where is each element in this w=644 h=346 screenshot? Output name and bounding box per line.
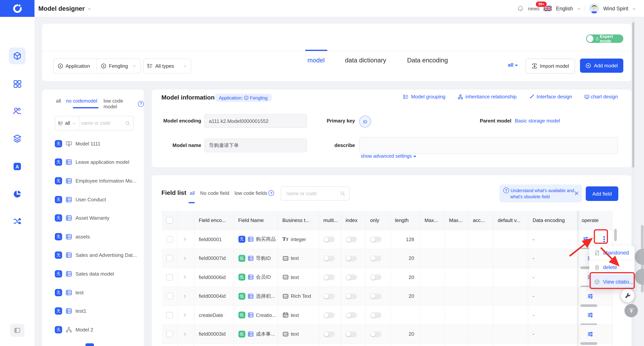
multi-toggle[interactable] [323,237,334,242]
row-checkbox[interactable] [166,274,173,281]
model-list-item[interactable]: 无 User Conduct [42,190,144,209]
model-list-item[interactable]: 无 test1 [42,302,144,320]
only-toggle[interactable] [370,256,381,261]
chart-design-link[interactable]: chart design [584,94,618,100]
model-list-item[interactable]: 无 Leave application model [42,153,144,172]
model-encoding-input[interactable] [204,114,307,128]
only-toggle[interactable] [370,275,381,280]
only-toggle[interactable] [370,313,381,318]
left-tab-low-code-model[interactable]: low code model [104,98,144,109]
field-settings-icon[interactable] [587,293,593,299]
model-list-item[interactable]: 无 Asset Warranty [42,209,144,227]
sidebar-item-layers[interactable] [9,130,26,147]
floating-button-partial[interactable] [635,249,644,265]
describe-input[interactable] [359,137,618,154]
settings-wrench-fab[interactable] [621,289,634,302]
model-list-item[interactable]: 无 Employee Information Mo... [42,172,144,190]
pagination-current-page[interactable] [86,343,94,346]
expand-row-icon[interactable] [182,275,187,280]
field-tab-all[interactable]: all [190,190,195,196]
parent-model-link[interactable]: Basic storage model [515,118,560,124]
model-name-input[interactable] [204,139,307,152]
table-scrollbar-thumb[interactable] [614,229,617,241]
collapse-sidebar-button[interactable] [10,324,24,337]
search-icon[interactable] [125,121,130,126]
left-tab-no-code-model[interactable]: no codemodel [66,98,97,104]
sidebar-item-ai-design[interactable]: A [9,158,26,175]
application-filter-select[interactable]: Application Fengling [53,59,141,73]
model-list-item[interactable]: 无 test [42,283,144,302]
model-list-item[interactable]: 无 assets [42,227,144,246]
back-to-top-fab[interactable] [624,304,638,317]
multi-toggle[interactable] [323,256,334,261]
tab-data-dictionary[interactable]: data dictionary [345,57,386,64]
sidebar-item-dashboard[interactable] [9,75,26,92]
index-toggle[interactable] [346,294,357,299]
multi-toggle[interactable] [323,313,334,318]
select-all-checkbox[interactable] [166,217,173,223]
close-icon[interactable] [574,191,578,195]
index-toggle[interactable] [346,332,357,337]
field-search-input[interactable] [285,191,340,196]
import-model-button[interactable]: Import model [526,59,575,73]
add-field-button[interactable]: Add field [586,186,618,201]
field-tab-low-code[interactable]: low code fields [234,190,274,196]
model-list-item[interactable]: 无 Model 1111 [42,134,144,153]
row-checkbox[interactable] [166,331,173,338]
question-circle-icon[interactable] [268,190,274,196]
row-checkbox[interactable] [166,312,173,319]
content-scrollbar-thumb[interactable] [632,22,634,168]
only-toggle[interactable] [370,237,381,242]
index-toggle[interactable] [346,256,357,261]
search-icon[interactable] [340,191,346,196]
language-selector[interactable]: English [556,5,573,11]
menu-item-abandoned[interactable]: abandoned [589,246,634,260]
avatar[interactable] [589,3,599,13]
floating-button-partial[interactable] [635,269,644,285]
user-menu[interactable]: Wind Spirit [603,5,628,11]
multi-toggle[interactable] [323,294,334,299]
app-title[interactable]: Model designer [38,0,91,17]
sidebar-item-team[interactable] [9,103,26,119]
show-advanced-settings-link[interactable]: show advanced settings [361,153,416,159]
model-list-item[interactable]: 无 Sales data model [42,264,144,283]
expand-row-icon[interactable] [182,256,187,261]
question-circle-icon[interactable] [138,101,144,107]
row-checkbox[interactable] [166,236,173,243]
expert-mode-toggle[interactable]: Expert mode [586,34,623,43]
tab-model[interactable]: model [308,57,325,64]
expand-row-icon[interactable] [182,237,187,242]
interface-design-link[interactable]: Interface design [529,94,572,100]
index-toggle[interactable] [346,275,357,280]
multi-toggle[interactable] [323,332,334,337]
left-tab-all[interactable]: all [56,98,61,104]
row-checkbox[interactable] [166,255,173,262]
multi-toggle[interactable] [323,275,334,280]
inheritance-relationship-link[interactable]: inheritance relationship [458,94,516,100]
field-settings-icon[interactable] [587,312,593,318]
model-list-item[interactable]: 无 Model 2 [42,320,144,339]
model-list-item[interactable]: 无 Sales and Advertising Dat... [42,246,144,264]
index-toggle[interactable] [346,313,357,318]
field-settings-icon[interactable] [582,236,588,242]
type-filter-select[interactable]: All types [143,59,191,73]
app-logo[interactable] [0,0,34,17]
only-toggle[interactable] [370,332,381,337]
expand-row-icon[interactable] [182,313,187,318]
model-search-input[interactable] [80,121,125,126]
expand-row-icon[interactable] [182,332,187,337]
add-model-button[interactable]: Add model [580,59,623,73]
field-tab-no-code[interactable]: No code field [200,190,229,196]
news-menu[interactable]: news 99+ [528,5,540,11]
field-settings-icon[interactable] [587,331,593,337]
sidebar-item-flow[interactable] [9,213,26,230]
row-checkbox[interactable] [166,293,173,300]
only-toggle[interactable] [370,294,381,299]
scope-dropdown[interactable]: all [508,62,518,68]
sidebar-item-charts[interactable] [9,186,26,202]
model-grouping-link[interactable]: Model grouping [404,94,446,100]
model-type-select[interactable]: all [55,121,79,126]
expand-row-icon[interactable] [182,294,187,299]
index-toggle[interactable] [346,237,357,242]
tab-data-encoding[interactable]: Data encoding [407,57,448,64]
